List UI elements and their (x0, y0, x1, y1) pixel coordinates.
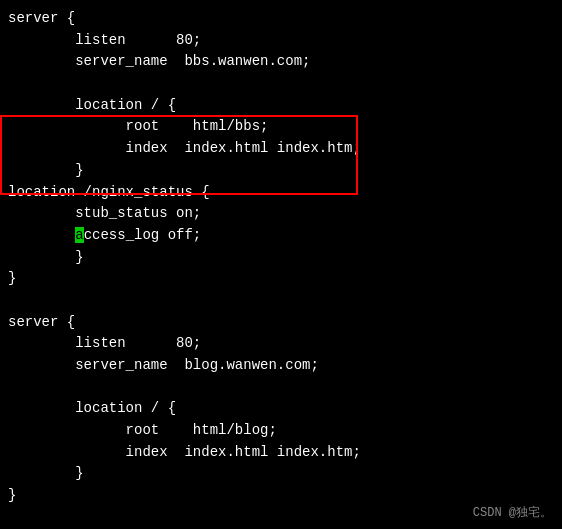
code-line-16: listen 80; (0, 333, 562, 355)
code-line-11: access_log off; (0, 225, 562, 247)
code-line-17: server_name blog.wanwen.com; (0, 355, 562, 377)
code-line-6: root html/bbs; (0, 116, 562, 138)
code-line-18 (0, 377, 562, 399)
code-line-9: location /nginx_status { (0, 182, 562, 204)
code-line-5: location / { (0, 95, 562, 117)
code-line-20: root html/blog; (0, 420, 562, 442)
code-line-21: index index.html index.htm; (0, 442, 562, 464)
code-line-10: stub_status on; (0, 203, 562, 225)
code-line-2: listen 80; (0, 30, 562, 52)
code-line-7: index index.html index.htm; (0, 138, 562, 160)
code-line-1: server { (0, 8, 562, 30)
code-line-4 (0, 73, 562, 95)
code-block: server { listen 80; server_name bbs.wanw… (0, 0, 562, 515)
code-line-14 (0, 290, 562, 312)
code-line-8: } (0, 160, 562, 182)
code-line-12: } (0, 247, 562, 269)
watermark: CSDN @独宅。 (473, 504, 552, 521)
code-line-13: } (0, 268, 562, 290)
code-line-15: server { (0, 312, 562, 334)
code-line-3: server_name bbs.wanwen.com; (0, 51, 562, 73)
code-line-22: } (0, 463, 562, 485)
code-line-19: location / { (0, 398, 562, 420)
